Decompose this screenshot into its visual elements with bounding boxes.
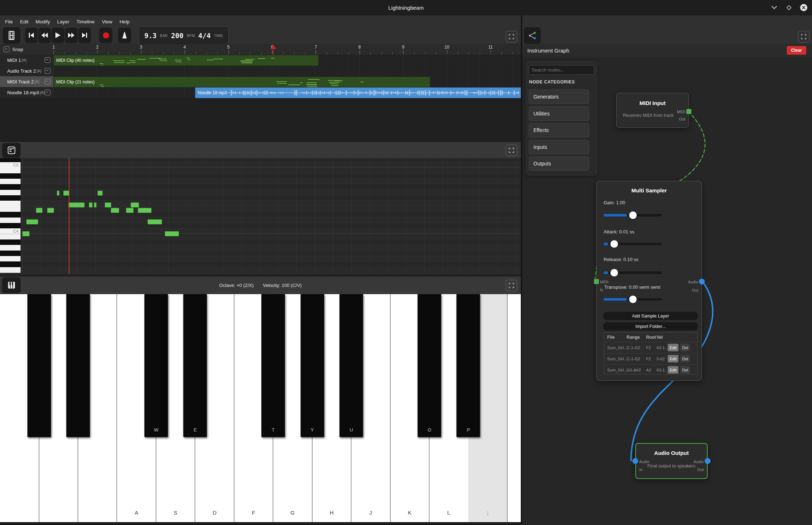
menu-item-view[interactable]: View xyxy=(98,16,116,27)
midi-clip[interactable]: MIDI Clip (40 notes) xyxy=(54,55,319,66)
black-key-1[interactable] xyxy=(27,294,51,437)
black-key-P[interactable]: P xyxy=(456,294,480,437)
gain-slider[interactable] xyxy=(604,214,662,216)
multi-sampler-node[interactable]: Multi Sampler Gain: 1.00 Attack: 0.01 ss… xyxy=(596,181,702,381)
delete-layer-button[interactable]: Del xyxy=(680,355,690,362)
menu-item-help[interactable]: Help xyxy=(116,16,133,27)
midi-note[interactable] xyxy=(36,208,42,213)
midi-note[interactable] xyxy=(68,202,85,207)
black-key-O[interactable]: O xyxy=(418,294,441,437)
black-key-U[interactable]: U xyxy=(339,294,363,437)
midi-input-node[interactable]: MIDI Input Receives MIDI from track MIDI… xyxy=(616,93,689,128)
category-inputs[interactable]: Inputs xyxy=(529,140,589,154)
category-outputs[interactable]: Outputs xyxy=(529,156,589,171)
release-slider[interactable] xyxy=(604,271,662,274)
timeline-ruler[interactable]: 1234567891011 xyxy=(0,44,521,55)
piano-roll-key[interactable] xyxy=(0,212,21,218)
close-icon[interactable] xyxy=(799,3,808,12)
play-button[interactable] xyxy=(52,28,64,43)
edit-layer-button[interactable]: Edit xyxy=(668,366,678,374)
track-checkbox[interactable] xyxy=(45,57,50,63)
graph-expand-button[interactable] xyxy=(798,31,809,42)
midi-note[interactable] xyxy=(111,208,119,213)
midi-note[interactable] xyxy=(148,219,162,224)
audio-in-port[interactable] xyxy=(632,458,638,464)
piano-roll-key[interactable] xyxy=(0,179,21,184)
metronome-button[interactable] xyxy=(118,28,131,43)
track-checkbox[interactable] xyxy=(45,79,50,85)
edit-layer-button[interactable]: Edit xyxy=(668,355,678,362)
piano-roll-key[interactable] xyxy=(0,168,21,173)
menu-item-layer[interactable]: Layer xyxy=(54,16,73,27)
category-effects[interactable]: Effects xyxy=(529,123,589,137)
track-header-midi-1[interactable]: MIDI 1[A] xyxy=(0,55,53,66)
edit-layer-button[interactable]: Edit xyxy=(668,344,678,351)
audio-clip[interactable]: Noodle 18.mp3 xyxy=(195,87,522,98)
menu-item-file[interactable]: File xyxy=(1,16,17,27)
midi-note[interactable] xyxy=(131,202,139,207)
category-utilities[interactable]: Utilities xyxy=(529,106,589,121)
piano-roll-key[interactable] xyxy=(0,261,21,267)
midi-note[interactable] xyxy=(126,208,134,213)
instrument-graph-tab-button[interactable] xyxy=(524,27,541,44)
black-key-Y[interactable]: Y xyxy=(301,294,324,437)
search-input[interactable] xyxy=(529,65,594,75)
rewind-button[interactable] xyxy=(39,28,51,43)
midi-clip[interactable]: MIDI Clip (21 notes) xyxy=(54,77,430,87)
piano-roll-key[interactable] xyxy=(0,245,21,251)
piano-roll-key[interactable] xyxy=(0,234,21,240)
minimize-icon[interactable] xyxy=(770,3,779,12)
piano-roll-key[interactable] xyxy=(0,218,21,223)
midi-note[interactable] xyxy=(105,202,111,207)
piano-roll-key[interactable] xyxy=(0,190,21,196)
piano-roll-key[interactable] xyxy=(0,184,21,190)
audio-output-node[interactable]: Audio Output Final output to speakers Au… xyxy=(635,443,708,479)
virtual-keyboard[interactable]: ASDFGHJKL;WETYUOP xyxy=(0,294,521,522)
delete-layer-button[interactable]: Del xyxy=(680,366,690,374)
maximize-icon[interactable] xyxy=(784,3,794,12)
menu-item-timeline[interactable]: Timeline xyxy=(73,16,99,27)
midi-in-port[interactable] xyxy=(594,279,599,284)
skip-start-button[interactable] xyxy=(25,28,37,43)
track-lane[interactable] xyxy=(53,65,521,77)
track-checkbox[interactable] xyxy=(45,90,50,95)
piano-roll-tab-button[interactable] xyxy=(2,143,21,158)
timeline-expand-button[interactable] xyxy=(506,31,517,42)
piano-roll-key[interactable]: C4 xyxy=(0,228,21,234)
midi-note[interactable] xyxy=(138,208,152,213)
midi-note[interactable] xyxy=(63,191,69,196)
piano-roll-key[interactable] xyxy=(0,206,21,212)
track-lane[interactable]: MIDI Clip (21 notes) xyxy=(53,76,521,87)
midi-note[interactable] xyxy=(98,191,103,196)
track-lane[interactable]: MIDI Clip (40 notes) xyxy=(53,55,521,66)
add-sample-layer-button[interactable]: Add Sample Layer xyxy=(603,312,698,320)
menu-item-edit[interactable]: Edit xyxy=(17,16,32,27)
white-key-13[interactable] xyxy=(508,294,521,522)
piano-roll-key[interactable] xyxy=(0,223,21,229)
track-header-audio-track-2[interactable]: Audio Track 2[A] xyxy=(0,65,53,77)
clear-graph-button[interactable]: Clear xyxy=(787,46,806,55)
track-header-midi-track-2[interactable]: MIDI Track 2[A] xyxy=(0,76,53,87)
record-button[interactable] xyxy=(99,28,112,43)
snap-checkbox[interactable] xyxy=(4,46,9,52)
audio-out-port[interactable] xyxy=(699,279,705,284)
midi-note[interactable] xyxy=(89,202,93,207)
midi-note[interactable] xyxy=(94,202,96,207)
midi-note[interactable] xyxy=(165,231,179,236)
black-key-T[interactable]: T xyxy=(261,294,285,437)
track-checkbox[interactable] xyxy=(45,68,50,74)
import-folder-button[interactable]: Import Folder... xyxy=(603,322,698,330)
piano-roll-key[interactable] xyxy=(0,195,21,201)
transpose-slider[interactable] xyxy=(604,298,662,301)
midi-note[interactable] xyxy=(22,231,30,236)
attack-slider[interactable] xyxy=(604,243,662,245)
midi-out-port[interactable] xyxy=(686,109,691,114)
piano-roll-key[interactable] xyxy=(0,239,21,245)
track-header-noodle-18-mp3[interactable]: Noodle 18.mp3[A] xyxy=(0,87,53,98)
piano-roll-key[interactable] xyxy=(0,173,21,179)
category-generators[interactable]: Generators xyxy=(529,90,589,104)
black-key-E[interactable]: E xyxy=(183,294,207,437)
piano-roll-key[interactable] xyxy=(0,251,21,256)
piano-roll-key[interactable] xyxy=(0,201,21,206)
midi-note[interactable] xyxy=(47,208,54,213)
